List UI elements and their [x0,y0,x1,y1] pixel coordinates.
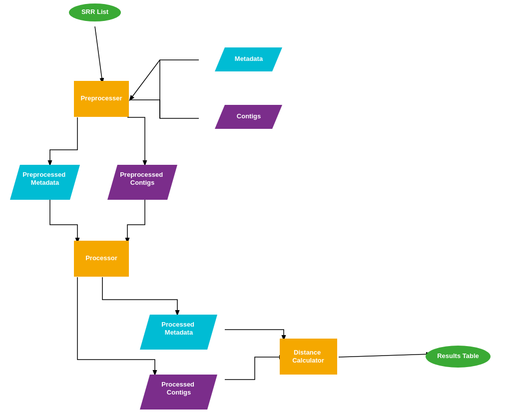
srr-list-node [69,3,121,21]
metadata-node [215,47,282,71]
arrow-dist-to-results [339,354,431,357]
line-contigs-to-preprocesser [130,100,199,118]
arrow-srr-to-preprocesser [95,26,102,82]
preprocesser-node [74,81,129,117]
preprocessed-metadata-node [10,165,80,200]
contigs-node [215,105,282,129]
preprocessed-contigs-node [107,165,177,200]
flowchart-diagram: SRR List Preprocesser Metadata Contigs P… [0,0,513,420]
arrow-pre-to-pre-meta [50,117,77,165]
arrow-pre-meta-to-processor [50,200,77,242]
processor-node [74,241,129,277]
arrow-metadata-to-preprocesser [130,60,199,100]
arrow-proc-meta-to-dist [225,330,284,340]
arrow-pre-contigs-to-processor [127,200,145,242]
arrow-proc-to-proc-contigs [77,277,155,375]
arrow-proc-to-proc-meta [102,277,177,315]
arrow-pre-to-pre-contigs [127,117,145,165]
distance-calculator-node [280,339,337,375]
arrow-proc-contigs-to-dist [225,357,284,380]
results-table-node [426,346,491,368]
processed-metadata-node [140,315,217,350]
processed-contigs-node [140,375,217,410]
